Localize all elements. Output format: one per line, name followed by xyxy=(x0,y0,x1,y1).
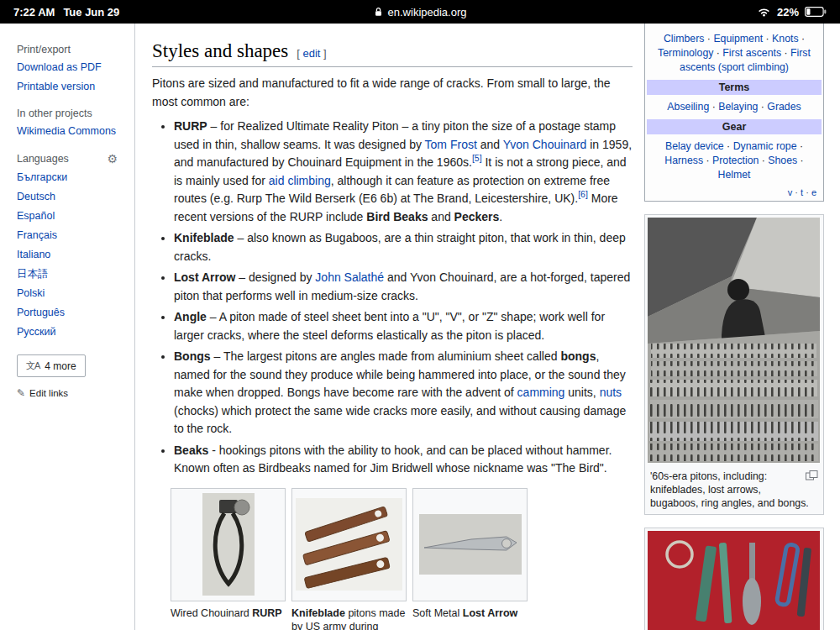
wifi-icon xyxy=(757,7,771,17)
sidebar-link[interactable]: Português xyxy=(17,307,65,318)
sidebar-list-item: Français xyxy=(17,229,128,242)
caption-bold: Knifeblade xyxy=(291,607,345,619)
bold-term: bongs xyxy=(560,349,596,363)
right-column: Climbers · Equipment · Knots · Terminolo… xyxy=(644,24,824,630)
sidebar-link[interactable]: Deutsch xyxy=(17,191,55,202)
wiki-link[interactable]: First ascents xyxy=(722,47,781,59)
navbox-rows: TermsAbseiling · Belaying · GradesGearBe… xyxy=(645,80,823,184)
wiki-link[interactable]: Terminology xyxy=(658,47,713,59)
sidebar-link[interactable]: Wikimedia Commons xyxy=(17,125,116,137)
caption-text: Wired Chouinard xyxy=(171,607,252,619)
sidebar-heading: In other projects xyxy=(17,108,128,119)
bold-term: Bird Beaks xyxy=(366,210,428,223)
magnify-icon[interactable] xyxy=(806,470,818,484)
bold-term: Beaks xyxy=(174,444,208,457)
wiki-link[interactable]: nuts xyxy=(600,386,622,399)
wiki-link[interactable]: aid climbing xyxy=(269,174,331,187)
battery-icon xyxy=(805,7,827,17)
style-item: Bongs – The largest pitons are angles ma… xyxy=(174,348,633,438)
navbox-vte-link[interactable]: v xyxy=(788,187,793,197)
climbing-navbox: Climbers · Equipment · Knots · Terminolo… xyxy=(644,24,824,202)
sidebar-link[interactable]: Download as PDF xyxy=(17,61,102,73)
sidebar-section: In other projectsWikimedia Commons xyxy=(17,108,128,138)
knifeblade-photo[interactable] xyxy=(291,488,407,601)
wiki-link[interactable]: Grades xyxy=(767,101,801,113)
wiki-link[interactable]: Protection xyxy=(712,155,759,166)
wiki-link[interactable]: Shoes xyxy=(768,155,797,166)
navbox-group-header: Terms xyxy=(647,80,822,95)
navbox-vte-link[interactable]: t xyxy=(801,187,803,197)
wiki-link[interactable]: Belay device xyxy=(665,140,724,152)
bold-term: Bongs xyxy=(174,349,211,363)
gallery-item-lost-arrow: Soft Metal Lost Arrow xyxy=(412,488,528,630)
piton-display-photo[interactable] xyxy=(648,531,821,630)
navbox-group-header: Gear xyxy=(647,119,822,134)
style-item: RURP – for Realized Ultimate Reality Pit… xyxy=(174,118,633,226)
navbox-links-row: Abseiling · Belaying · Grades xyxy=(645,98,823,116)
battery-percent: 22% xyxy=(777,6,799,18)
wiki-link[interactable]: Helmet xyxy=(718,169,751,181)
clock: 7:22 AM xyxy=(13,6,55,18)
sidebar-heading-label: In other projects xyxy=(17,108,92,119)
ios-status-bar: 7:22 AM Tue Jun 29 en.wikipedia.org 22% xyxy=(0,0,840,24)
bold-term: Knifeblade xyxy=(174,231,234,244)
wiki-link[interactable]: Tom Frost xyxy=(425,138,477,151)
sidebar-sections: Print/exportDownload as PDFPrintable ver… xyxy=(17,44,128,339)
sidebar-link[interactable]: 日本語 xyxy=(17,268,49,280)
reference-link[interactable]: [6] xyxy=(578,189,588,199)
sidebar-link[interactable]: Italiano xyxy=(17,249,50,260)
sidebar-list-item: Български xyxy=(17,171,128,184)
style-item: Lost Arrow – designed by John Salathé an… xyxy=(174,269,633,305)
caption-bold: RURP xyxy=(252,607,281,619)
sidebar-link[interactable]: Polski xyxy=(17,287,45,299)
navbox-top-links: Climbers · Equipment · Knots · Terminolo… xyxy=(645,30,823,76)
wiki-link[interactable]: Abseiling xyxy=(667,101,709,113)
pencil-icon: ✎ xyxy=(17,387,25,399)
section-heading-text: Styles and shapes xyxy=(152,40,288,61)
article-content: Styles and shapes[ edit ] Pitons are siz… xyxy=(135,24,633,630)
reference-link[interactable]: [5] xyxy=(472,153,482,163)
sidebar-list-item: Download as PDF xyxy=(17,61,128,74)
sidebar-heading-label: Languages xyxy=(17,153,69,165)
wiki-link[interactable]: Harness xyxy=(664,155,703,166)
sidebar-link[interactable]: Français xyxy=(17,229,57,241)
bold-term: Lost Arrow xyxy=(174,270,235,284)
wiki-link[interactable]: Belaying xyxy=(718,101,758,113)
navbox-vte-link[interactable]: e xyxy=(811,187,816,197)
date: Tue Jun 29 xyxy=(63,6,119,18)
sidebar-link[interactable]: Español xyxy=(17,210,55,222)
sidebar-heading-label: Print/export xyxy=(17,44,71,55)
sidebar-list-item: Polski xyxy=(17,287,128,300)
wiki-link[interactable]: camming xyxy=(517,386,565,399)
sidebar-link[interactable]: Русский xyxy=(17,326,55,338)
settings-gear-icon[interactable]: ⚙ xyxy=(107,152,118,165)
pitons-photo[interactable] xyxy=(648,218,821,465)
url-bar[interactable]: en.wikipedia.org xyxy=(374,6,467,18)
sidebar-link[interactable]: Printable version xyxy=(17,81,95,92)
more-languages-label: 4 more xyxy=(45,360,76,372)
wiki-link[interactable]: Dynamic rope xyxy=(733,140,797,152)
wikipedia-sidebar: Print/exportDownload as PDFPrintable ver… xyxy=(0,24,135,630)
rurp-photo[interactable] xyxy=(171,488,286,601)
gallery-caption: Wired Chouinard RURP xyxy=(171,606,286,621)
wiki-link[interactable]: Yvon Chouinard xyxy=(503,138,587,151)
style-item: Beaks - hookings pitons with the ability… xyxy=(174,442,633,478)
wiki-link[interactable]: Climbers xyxy=(664,33,705,45)
piton-styles-list: RURP – for Realized Ultimate Reality Pit… xyxy=(152,118,633,478)
section-intro: Pitons are sized and manufactured to fit… xyxy=(152,75,633,111)
sidebar-list-item: Printable version xyxy=(17,81,128,93)
more-languages-button[interactable]: 文A 4 more xyxy=(17,354,86,377)
edit-links-button[interactable]: ✎ Edit links xyxy=(17,387,128,399)
wiki-link[interactable]: Equipment xyxy=(713,33,763,45)
page-body: Print/exportDownload as PDFPrintable ver… xyxy=(0,24,840,630)
url-text: en.wikipedia.org xyxy=(388,6,467,18)
edit-section-link[interactable]: edit xyxy=(303,47,321,60)
wiki-link[interactable]: Knots xyxy=(772,33,798,45)
wiki-link[interactable]: John Salathé xyxy=(315,270,384,284)
caption-text: Soft Metal xyxy=(412,607,463,619)
gallery-caption: Soft Metal Lost Arrow xyxy=(412,606,528,621)
lost-arrow-photo[interactable] xyxy=(412,488,528,601)
sidebar-link[interactable]: Български xyxy=(17,171,67,183)
sidebar-list-item: Italiano xyxy=(17,249,128,261)
photo-caption-text: '60s-era pitons, including: knifeblades,… xyxy=(650,470,809,509)
